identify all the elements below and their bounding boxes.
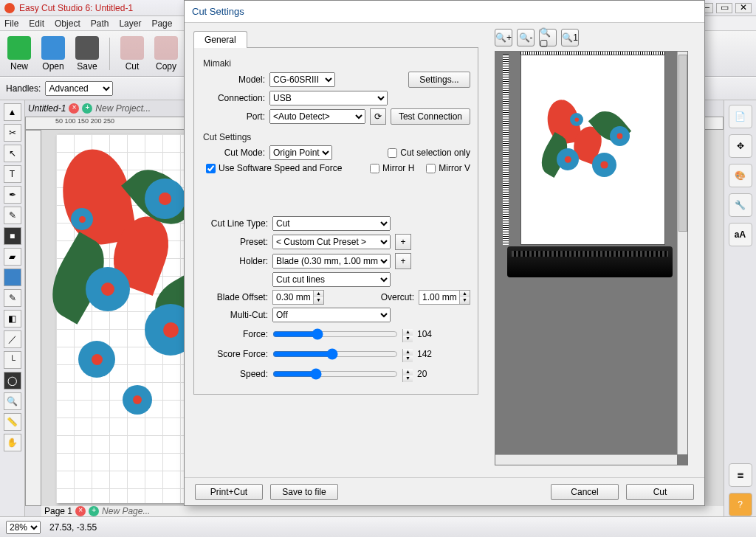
new-project-tab[interactable]: New Project... bbox=[95, 103, 151, 114]
add-page-icon[interactable]: + bbox=[89, 506, 99, 516]
cut-button[interactable]: Cut bbox=[626, 484, 694, 500]
text-panel-icon[interactable]: aA bbox=[729, 223, 752, 246]
zoom-out-icon[interactable]: 🔍- bbox=[517, 29, 535, 46]
document-panel-icon[interactable]: 📄 bbox=[729, 105, 752, 128]
menu-file[interactable]: File bbox=[4, 18, 18, 29]
app-icon bbox=[4, 3, 15, 13]
bezier-tool[interactable]: └ bbox=[4, 351, 21, 369]
port-select[interactable]: <Auto Detect> bbox=[269, 109, 365, 124]
spin-down-icon[interactable]: ▼ bbox=[402, 356, 413, 362]
spin-up-icon[interactable]: ▲ bbox=[313, 291, 323, 297]
speed-slider[interactable] bbox=[272, 368, 398, 380]
print-cut-button[interactable]: Print+Cut bbox=[195, 484, 263, 500]
save-to-file-button[interactable]: Save to file bbox=[270, 484, 338, 500]
cutlines-select[interactable]: Cut cut lines bbox=[272, 272, 391, 287]
pen-tool[interactable]: ✒ bbox=[4, 186, 21, 204]
doc-tab[interactable]: Untitled-1 bbox=[28, 103, 66, 114]
spin-up-icon[interactable]: ▲ bbox=[459, 291, 470, 297]
spin-up-icon[interactable]: ▲ bbox=[402, 329, 413, 336]
scoreforce-label: Score Force: bbox=[202, 349, 268, 359]
cutmode-select[interactable]: Origin Point bbox=[269, 145, 332, 160]
close-tab-icon[interactable]: × bbox=[69, 103, 79, 114]
add-tab-icon[interactable]: + bbox=[82, 103, 92, 114]
cut-selection-label: Cut selection only bbox=[400, 148, 470, 158]
gradient-tool[interactable]: ◧ bbox=[4, 310, 21, 328]
connection-select[interactable]: USB bbox=[269, 91, 388, 105]
handles-select[interactable]: Advanced bbox=[45, 81, 113, 96]
layers-panel-icon[interactable]: ≣ bbox=[729, 463, 752, 487]
statusbar: 28% 27.53, -3.55 bbox=[0, 516, 756, 537]
fill-tool[interactable] bbox=[4, 268, 21, 286]
zoom-tool[interactable]: 🔍 bbox=[4, 392, 21, 410]
menu-object[interactable]: Object bbox=[55, 18, 80, 29]
preview-zoom-toolbar: 🔍+ 🔍- 🔍▢ 🔍1 bbox=[495, 29, 697, 46]
select-tool[interactable]: ▲ bbox=[4, 103, 21, 121]
cut-settings-dialog: Cut Settings General Mimaki Model: CG-60… bbox=[184, 0, 705, 506]
copy-button[interactable]: Copy bbox=[151, 36, 181, 72]
page-label[interactable]: Page 1 bbox=[44, 506, 72, 516]
colors-panel-icon[interactable]: 🎨 bbox=[729, 164, 752, 187]
text-tool[interactable]: T bbox=[4, 165, 21, 183]
add-preset-button[interactable]: + bbox=[395, 234, 411, 250]
pencil-tool[interactable]: ✎ bbox=[4, 207, 21, 224]
cancel-button[interactable]: Cancel bbox=[551, 484, 619, 500]
node-tool[interactable]: ✂ bbox=[4, 124, 21, 142]
spin-down-icon[interactable]: ▼ bbox=[313, 297, 323, 304]
scroll-thumb[interactable] bbox=[678, 55, 687, 232]
maximize-button[interactable]: ▭ bbox=[716, 3, 732, 13]
speed-value: 20 bbox=[417, 369, 439, 379]
knife-tool[interactable]: ／ bbox=[4, 330, 21, 348]
cutlinetype-select[interactable]: Cut bbox=[272, 216, 391, 231]
zoom-fit-icon[interactable]: 🔍▢ bbox=[539, 29, 557, 46]
ruler-tool[interactable]: 📏 bbox=[4, 413, 21, 431]
cut-preview[interactable] bbox=[495, 51, 688, 465]
spin-down-icon[interactable]: ▼ bbox=[402, 336, 413, 342]
zoom-in-icon[interactable]: 🔍+ bbox=[495, 29, 512, 46]
multicut-select[interactable]: Off bbox=[272, 308, 391, 322]
holder-select[interactable]: Blade (0.30 mm, 1.00 mm) bbox=[272, 254, 391, 268]
zoom-select[interactable]: 28% bbox=[6, 521, 41, 534]
open-button[interactable]: Open bbox=[38, 36, 68, 72]
menu-edit[interactable]: Edit bbox=[29, 18, 44, 29]
menu-layer[interactable]: Layer bbox=[119, 18, 141, 29]
save-button[interactable]: Save bbox=[72, 36, 102, 72]
settings-button[interactable]: Settings... bbox=[408, 72, 470, 88]
spin-up-icon[interactable]: ▲ bbox=[402, 349, 413, 356]
mirror-h-checkbox[interactable] bbox=[370, 164, 379, 173]
zoom-actual-icon[interactable]: 🔍1 bbox=[561, 29, 579, 46]
tab-general[interactable]: General bbox=[193, 31, 247, 48]
edit-tool[interactable]: ↖ bbox=[4, 145, 21, 162]
position-panel-icon[interactable]: ✥ bbox=[729, 134, 752, 158]
speed-label: Speed: bbox=[202, 369, 268, 379]
delete-page-icon[interactable]: × bbox=[75, 506, 86, 516]
shape-tool[interactable]: ■ bbox=[4, 227, 21, 245]
mirror-v-checkbox[interactable] bbox=[426, 164, 436, 173]
spin-down-icon[interactable]: ▼ bbox=[459, 297, 470, 304]
spin-up-icon[interactable]: ▲ bbox=[402, 369, 413, 375]
new-page-label[interactable]: New Page... bbox=[102, 506, 150, 516]
cut-selection-checkbox[interactable] bbox=[388, 148, 397, 158]
hand-tool[interactable]: ✋ bbox=[4, 434, 21, 451]
preview-scroll-v[interactable] bbox=[677, 52, 687, 454]
test-connection-button[interactable]: Test Connection bbox=[391, 108, 470, 125]
preset-select[interactable]: < Custom Cut Preset > bbox=[272, 235, 391, 249]
new-button[interactable]: New bbox=[4, 36, 34, 72]
spin-down-icon[interactable]: ▼ bbox=[402, 375, 413, 382]
eyedropper-tool[interactable]: ✎ bbox=[4, 289, 21, 307]
trace-tool[interactable]: ◯ bbox=[4, 372, 21, 389]
menu-page[interactable]: Page bbox=[151, 18, 172, 29]
scoreforce-slider[interactable] bbox=[272, 348, 398, 360]
help-panel-icon[interactable]: ? bbox=[729, 493, 752, 516]
add-holder-button[interactable]: + bbox=[395, 253, 411, 269]
right-panels: 📄 ✥ 🎨 🔧 aA ≣ ? bbox=[724, 100, 756, 516]
preview-scroll-h[interactable] bbox=[495, 454, 677, 465]
eraser-tool[interactable]: ▰ bbox=[4, 248, 21, 266]
cut-clip-button[interactable]: Cut bbox=[117, 36, 147, 72]
refresh-port-icon[interactable]: ⟳ bbox=[370, 108, 386, 125]
force-slider[interactable] bbox=[272, 328, 398, 340]
model-select[interactable]: CG-60SRIII bbox=[269, 72, 335, 87]
use-sw-checkbox[interactable] bbox=[206, 164, 216, 173]
settings-panel-icon[interactable]: 🔧 bbox=[729, 193, 752, 217]
close-button[interactable]: ✕ bbox=[735, 3, 752, 13]
menu-path[interactable]: Path bbox=[91, 18, 109, 29]
